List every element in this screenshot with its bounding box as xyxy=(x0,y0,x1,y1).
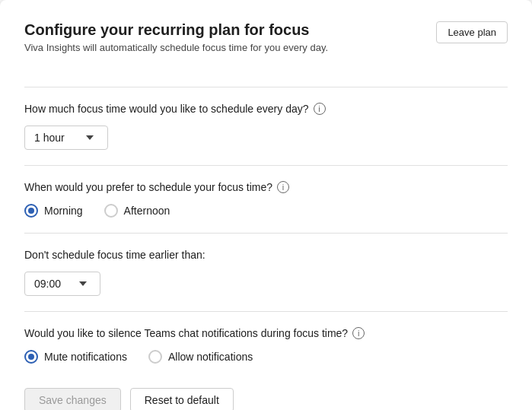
afternoon-option[interactable]: Afternoon xyxy=(104,204,170,218)
mute-radio-button[interactable] xyxy=(24,350,38,364)
page-subtitle: Viva Insights will automatically schedul… xyxy=(24,42,328,53)
morning-radio-label: Morning xyxy=(44,205,83,217)
header-text-group: Configure your recurring plan for focus … xyxy=(24,21,328,72)
card-header: Configure your recurring plan for focus … xyxy=(24,21,508,72)
reset-to-default-button[interactable]: Reset to default xyxy=(130,388,234,410)
divider-2 xyxy=(24,165,508,166)
footer-buttons: Save changes Reset to default xyxy=(24,388,508,410)
when-label: When would you prefer to schedule your f… xyxy=(24,181,508,193)
notifications-label: Would you like to silence Teams chat not… xyxy=(24,327,508,339)
focus-time-dropdown[interactable]: 1 hour xyxy=(24,126,108,150)
notifications-section: Would you like to silence Teams chat not… xyxy=(24,327,508,364)
mute-radio-inner xyxy=(28,354,34,360)
mute-radio-label: Mute notifications xyxy=(44,351,127,363)
morning-radio-button[interactable] xyxy=(24,204,38,218)
not-earlier-dropdown[interactable]: 09:00 xyxy=(24,272,100,296)
when-radio-group: Morning Afternoon xyxy=(24,204,508,218)
allow-option[interactable]: Allow notifications xyxy=(148,350,253,364)
page-title: Configure your recurring plan for focus xyxy=(24,21,328,39)
divider-1 xyxy=(24,87,508,87)
focus-time-label: How much focus time would you like to sc… xyxy=(24,103,508,115)
divider-4 xyxy=(24,311,508,312)
not-earlier-label: Don't schedule focus time earlier than: xyxy=(24,249,508,261)
focus-time-info-icon: i xyxy=(314,103,326,115)
save-changes-button[interactable]: Save changes xyxy=(24,388,121,410)
afternoon-radio-button[interactable] xyxy=(104,204,118,218)
allow-radio-label: Allow notifications xyxy=(168,351,253,363)
allow-radio-button[interactable] xyxy=(148,350,162,364)
focus-time-section: How much focus time would you like to sc… xyxy=(24,103,508,150)
configure-focus-card: Configure your recurring plan for focus … xyxy=(0,0,532,410)
afternoon-radio-label: Afternoon xyxy=(124,205,170,217)
divider-3 xyxy=(24,233,508,234)
morning-radio-inner xyxy=(28,208,34,214)
mute-option[interactable]: Mute notifications xyxy=(24,350,127,364)
notifications-info-icon: i xyxy=(352,327,365,339)
not-earlier-dropdown-value: 09:00 xyxy=(34,278,61,290)
notifications-radio-group: Mute notifications Allow notifications xyxy=(24,350,508,364)
when-info-icon: i xyxy=(277,181,289,193)
focus-time-chevron-icon xyxy=(86,135,94,140)
leave-plan-button[interactable]: Leave plan xyxy=(436,21,508,43)
not-earlier-section: Don't schedule focus time earlier than: … xyxy=(24,249,508,296)
focus-time-dropdown-value: 1 hour xyxy=(34,132,65,144)
when-section: When would you prefer to schedule your f… xyxy=(24,181,508,218)
not-earlier-chevron-icon xyxy=(79,281,87,286)
morning-option[interactable]: Morning xyxy=(24,204,83,218)
